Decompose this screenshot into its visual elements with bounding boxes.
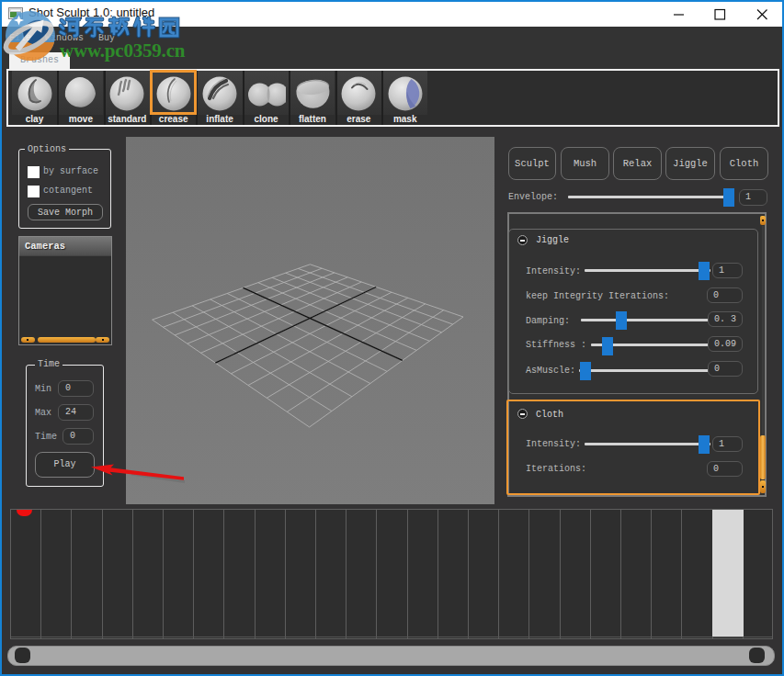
svg-text:www.pc0359.cn: www.pc0359.cn [60,39,186,62]
